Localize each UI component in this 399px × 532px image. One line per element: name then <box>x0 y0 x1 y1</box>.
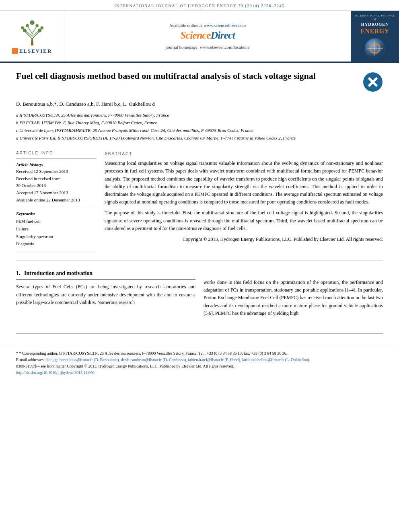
affiliation-c: c Université de Lyon, IFSTTAR/AME/LTE, 2… <box>16 127 383 134</box>
info-divider-top <box>16 158 97 159</box>
journal-top-bar: International Journal of Hydrogen Energy… <box>0 0 399 11</box>
received-revised-label: Received in revised form <box>16 175 97 183</box>
elsevier-logo: ELSEVIER <box>0 11 64 62</box>
article-info-column: Article Info Article history: Received 1… <box>16 151 97 255</box>
abstract-text: Measuring local singularities on voltage… <box>105 160 383 243</box>
svg-point-7 <box>23 29 26 32</box>
intro-title: Introduction and motivation <box>24 270 93 276</box>
svg-point-12 <box>35 24 38 27</box>
keyword-1: PEM fuel cell <box>16 218 97 225</box>
introduction-section: 1. Introduction and motivation Several t… <box>0 261 399 317</box>
sd-direct: Direct <box>210 29 234 41</box>
abstract-label: Abstract <box>105 151 383 157</box>
keyword-2: Failure <box>16 225 97 233</box>
doi-link[interactable]: http://dx.doi.org/10.1016/j.ijhydene.201… <box>16 370 95 375</box>
received-date: Received 12 September 2013 <box>16 168 97 175</box>
info-divider-mid <box>16 207 97 207</box>
keywords-label: Keywords: <box>16 211 97 216</box>
journal-homepage: journal homepage: www.elsevier.com/locat… <box>166 45 250 49</box>
info-divider-bot <box>16 251 97 251</box>
footer-area: * * Corresponding author. IFSTTAR/COSYS/… <box>0 333 399 380</box>
hydrogen-energy-logo: International Journal of HYDROGEN ENERGY <box>351 11 399 62</box>
corresponding-author-footnote: * * Corresponding author. IFSTTAR/COSYS/… <box>16 350 383 357</box>
keywords-section: Keywords: PEM fuel cell Failure Singular… <box>16 211 97 248</box>
svg-point-10 <box>40 26 43 29</box>
affiliation-d: d Université Paris Est, IFSTTAR/COSYS/GR… <box>16 134 383 142</box>
svg-point-11 <box>26 24 29 27</box>
authors-section: D. Benouioua a,b,*, D. Candusso a,b, F. … <box>0 96 399 145</box>
svg-point-9 <box>21 26 24 29</box>
volume-info: 39 (2014) 2236–2245 <box>238 4 284 8</box>
abstract-column: Abstract Measuring local singularities o… <box>105 151 383 255</box>
doi-footnote: http://dx.doi.org/10.1016/j.ijhydene.201… <box>16 370 383 376</box>
sciencedirect-url[interactable]: www.sciencedirect.com <box>204 23 246 28</box>
received-revised-date: 30 October 2013 <box>16 182 97 189</box>
header-area: ELSEVIER Available online at www.science… <box>0 11 399 63</box>
authors-line: D. Benouioua a,b,*, D. Candusso a,b, F. … <box>16 100 383 109</box>
introduction-right-column: works done in this field focus on the op… <box>204 269 383 317</box>
keyword-4: Diagnosis <box>16 240 97 248</box>
hydrogen-logo-text: International Journal of HYDROGEN ENERGY <box>354 14 396 36</box>
svg-point-13 <box>30 20 34 25</box>
intro-paragraph-1: Several types of Fuel Cells (FCs) are be… <box>16 283 195 306</box>
affiliation-b: b FR FCLAB, UTBM Bât. F, Rue Thierry Mie… <box>16 119 383 127</box>
svg-rect-15 <box>31 42 33 45</box>
paper-title-text: Fuel cell diagnosis method based on mult… <box>16 70 355 82</box>
introduction-heading: 1. Introduction and motivation <box>16 269 195 280</box>
abstract-paragraph-2: The purpose of this study is threefold. … <box>105 209 383 232</box>
svg-point-8 <box>38 29 41 32</box>
article-info-label: Article Info <box>16 151 97 155</box>
email-footnote: E-mail addresses: djedjiga.benouioua@ifs… <box>16 357 383 363</box>
hydrogen-circle-logo <box>365 38 385 58</box>
footer-divider <box>16 333 383 334</box>
article-body: Article Info Article history: Received 1… <box>0 145 399 261</box>
abstract-copyright: Copyright © 2013, Hydrogen Energy Public… <box>105 236 383 243</box>
elsevier-wordmark: ELSEVIER <box>12 48 52 54</box>
footer-section: * * Corresponding author. IFSTTAR/COSYS/… <box>0 346 399 380</box>
issn-footnote: 0360-3199/$ – see front matter Copyright… <box>16 363 383 370</box>
paper-title: Fuel cell diagnosis method based on mult… <box>16 70 355 82</box>
sciencedirect-logo: ScienceDirect <box>180 29 235 41</box>
available-online-text: Available online at www.sciencedirect.co… <box>169 23 246 28</box>
email-links[interactable]: djedjiga.benouioua@ifsttar.fr (D. Benoui… <box>45 357 310 362</box>
journal-title-top: International Journal of Hydrogen Energy… <box>114 4 284 8</box>
header-center: Available online at www.sciencedirect.co… <box>64 11 351 62</box>
accepted-date: Accepted 17 November 2013 <box>16 189 97 197</box>
abstract-paragraph-1: Measuring local singularities on voltage… <box>105 160 383 206</box>
affiliation-a: a IFSTTAR/COSYS/LTN, 25 Allée des marron… <box>16 111 383 119</box>
svg-point-14 <box>31 40 33 43</box>
available-online-date: Available online 22 December 2013 <box>16 197 97 204</box>
affiliations: a IFSTTAR/COSYS/LTN, 25 Allée des marron… <box>16 111 383 142</box>
introduction-left-column: 1. Introduction and motivation Several t… <box>16 269 195 317</box>
crossmark-logo[interactable] <box>363 72 383 92</box>
paper-title-section: Fuel cell diagnosis method based on mult… <box>0 63 399 96</box>
intro-paragraph-2: works done in this field focus on the op… <box>204 279 383 317</box>
keyword-3: Singularity spectrum <box>16 233 97 240</box>
article-history: Article history: Received 12 September 2… <box>16 162 97 203</box>
history-label: Article history: <box>16 162 97 167</box>
